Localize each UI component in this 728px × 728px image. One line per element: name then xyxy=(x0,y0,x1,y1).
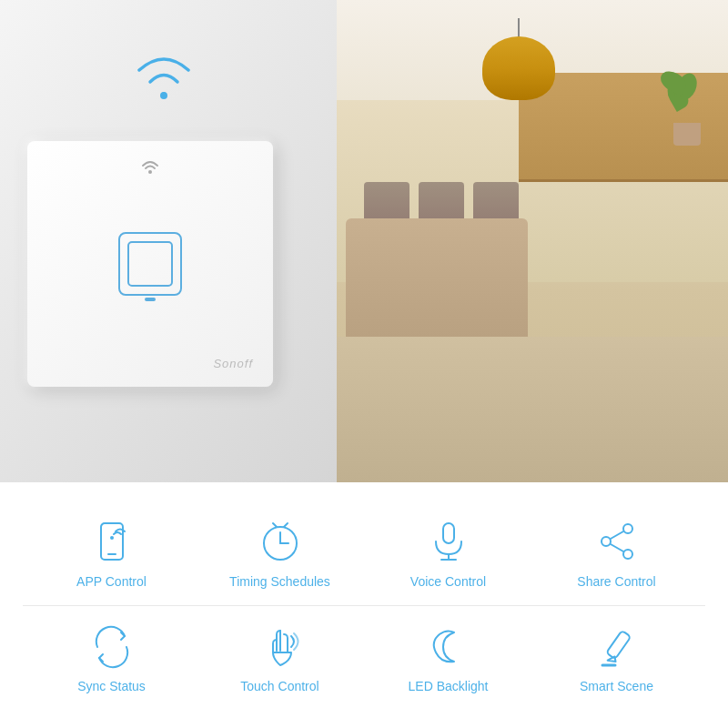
voice-label: Voice Control xyxy=(410,574,486,589)
svg-point-4 xyxy=(110,536,114,540)
svg-rect-18 xyxy=(606,631,631,659)
svg-point-0 xyxy=(160,92,167,99)
switch-wifi-icon xyxy=(141,159,159,177)
feature-led-backlight: LED Backlight xyxy=(380,622,517,693)
feature-touch-control: Touch Control xyxy=(212,622,349,693)
switch-panel: Sonoff xyxy=(27,141,273,387)
plant xyxy=(664,55,710,146)
svg-point-14 xyxy=(602,537,611,546)
features-row-1: APP Control Timing Schedules xyxy=(0,500,728,605)
feature-voice-control: Voice Control xyxy=(380,517,517,589)
switch-button[interactable] xyxy=(118,232,182,296)
svg-rect-10 xyxy=(443,523,454,543)
moon-icon xyxy=(423,622,473,672)
wifi-hero-icon xyxy=(132,50,196,105)
timing-icon xyxy=(255,517,305,567)
sync-label: Sync Status xyxy=(77,679,146,693)
feature-app-control: APP Control xyxy=(44,517,180,589)
svg-line-16 xyxy=(611,531,623,539)
share-label: Share Control xyxy=(577,574,655,589)
led-label: LED Backlight xyxy=(409,679,489,693)
touch-icon xyxy=(255,622,305,672)
touch-label: Touch Control xyxy=(240,679,318,693)
app-control-label: APP Control xyxy=(76,574,147,589)
feature-share-control: Share Control xyxy=(549,517,685,589)
svg-point-1 xyxy=(148,170,152,174)
svg-line-17 xyxy=(611,544,623,551)
pen-icon xyxy=(592,622,642,672)
brand-label: Sonoff xyxy=(213,357,253,370)
smart-scene-label: Smart Scene xyxy=(580,679,653,693)
sync-icon xyxy=(86,622,136,672)
svg-line-8 xyxy=(273,523,277,527)
feature-smart-scene: Smart Scene xyxy=(549,622,685,693)
hero-right-image xyxy=(337,0,728,482)
svg-point-15 xyxy=(623,550,632,559)
app-control-icon xyxy=(86,517,136,567)
features-row-2: Sync Status Touch Control xyxy=(0,606,728,711)
voice-icon xyxy=(423,517,473,567)
hero-section: Sonoff xyxy=(0,0,728,482)
share-icon xyxy=(592,517,642,567)
svg-line-9 xyxy=(284,523,288,527)
hero-left: Sonoff xyxy=(0,0,337,482)
kitchen-lamp xyxy=(482,18,555,100)
features-section: APP Control Timing Schedules xyxy=(0,482,728,728)
svg-point-13 xyxy=(623,524,632,533)
feature-timing-schedules: Timing Schedules xyxy=(212,517,349,589)
timing-label: Timing Schedules xyxy=(229,574,330,589)
switch-button-inner xyxy=(127,241,173,287)
feature-sync-status: Sync Status xyxy=(44,622,180,693)
